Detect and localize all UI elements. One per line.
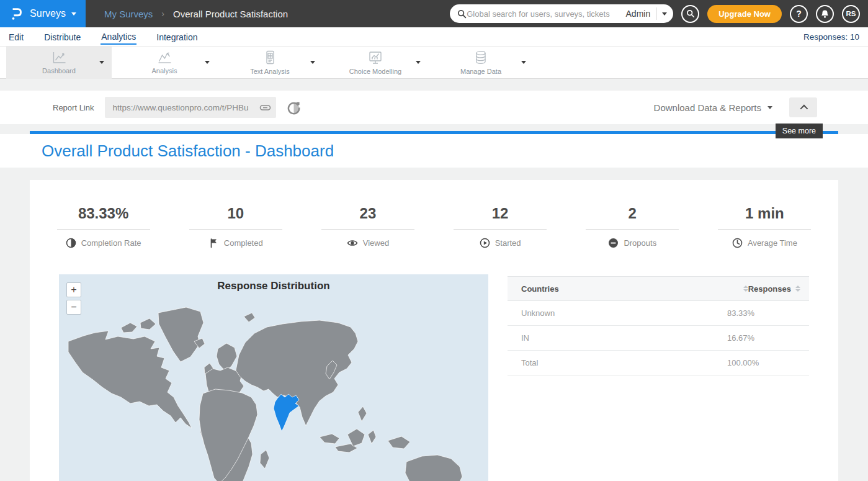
bell-icon — [820, 9, 830, 19]
report-url-input[interactable] — [105, 97, 276, 118]
dashboard-chart-icon — [51, 51, 67, 65]
country-shape — [121, 323, 137, 333]
download-data-reports-dropdown[interactable]: Download Data & Reports — [654, 102, 761, 113]
country-cell: IN — [521, 333, 727, 343]
divider — [189, 229, 282, 230]
toolbar-analysis-label: Analysis — [152, 67, 177, 74]
breadcrumb-my-surveys[interactable]: My Surveys — [104, 9, 153, 19]
divider — [454, 229, 547, 230]
country-shape — [368, 430, 376, 444]
stat-average-time: 1 min Average Time — [699, 205, 831, 248]
product-name: Surveys — [30, 8, 66, 19]
clock-icon — [732, 238, 743, 248]
app-logo-surveys-menu[interactable]: Surveys — [0, 0, 86, 27]
responses-cell: 83.33% — [727, 308, 809, 318]
sort-icon[interactable] — [743, 285, 748, 292]
toolbar-dashboard-label: Dashboard — [42, 67, 76, 74]
stat-value: 1 min — [699, 205, 831, 222]
country-shape — [358, 407, 367, 421]
chevron-down-icon[interactable] — [205, 61, 210, 64]
map-zoom-out-button[interactable]: − — [66, 300, 81, 315]
stat-started: 12 Started — [434, 205, 566, 248]
content-row: Response Distribution + − — [30, 274, 838, 481]
chevron-down-icon[interactable] — [416, 61, 421, 64]
search-button[interactable] — [681, 5, 699, 23]
analytics-toolbar: Dashboard Analysis Text Analysis Choice … — [0, 47, 868, 79]
toolbar-text-analysis[interactable]: Text Analysis — [217, 47, 323, 79]
divider — [321, 229, 414, 230]
toolbar-choice-modelling[interactable]: Choice Modelling — [323, 47, 428, 79]
divider — [656, 7, 656, 20]
report-link-bar: Report Link Download Data & Reports — [0, 91, 868, 124]
questionpro-logo-icon — [9, 6, 24, 22]
secure-report-globe-icon[interactable] — [287, 101, 301, 115]
dashboard-card: 83.33% Completion Rate 10 Completed — [30, 180, 838, 481]
greenland-shape — [158, 307, 204, 362]
user-avatar[interactable]: RS — [842, 5, 860, 23]
toolbar-manage-data-label: Manage Data — [460, 68, 501, 75]
survey-subnav: Edit Distribute Analytics Integration Re… — [0, 27, 868, 47]
country-shape — [347, 429, 365, 446]
eye-icon — [347, 238, 358, 248]
stat-viewed: 23 Viewed — [302, 205, 434, 248]
topbar: Surveys My Surveys › Overall Product Sat… — [0, 0, 868, 27]
country-shape — [140, 318, 156, 330]
tab-edit[interactable]: Edit — [8, 29, 24, 44]
india-highlight[interactable] — [274, 394, 299, 431]
sort-icon[interactable] — [795, 285, 800, 292]
stat-label: Dropouts — [624, 238, 656, 248]
column-header-countries[interactable]: Countries — [521, 284, 743, 294]
stat-label: Completion Rate — [81, 238, 141, 248]
stat-value: 83.33% — [37, 205, 169, 222]
responses-cell: 100.00% — [727, 358, 809, 367]
toolbar-text-analysis-label: Text Analysis — [250, 68, 290, 75]
response-distribution-map[interactable]: Response Distribution + − — [59, 274, 488, 481]
minus-circle-icon — [608, 238, 619, 248]
title-band: Overall Product Satisfaction - Dashboard — [0, 134, 868, 168]
world-map[interactable] — [59, 274, 488, 481]
map-zoom-in-button[interactable]: + — [66, 282, 81, 297]
notifications-button[interactable] — [816, 5, 834, 23]
chevron-down-icon[interactable] — [99, 61, 104, 64]
tab-analytics[interactable]: Analytics — [101, 29, 136, 45]
country-shape — [320, 434, 339, 444]
table-row: Total 100.00% — [508, 351, 809, 375]
choice-modelling-icon — [368, 51, 383, 65]
divider — [586, 229, 679, 230]
tab-distribute[interactable]: Distribute — [43, 29, 81, 44]
chevron-down-icon — [662, 12, 667, 16]
country-shape — [217, 343, 237, 371]
text-analysis-icon — [263, 50, 277, 65]
chevron-down-icon — [71, 12, 76, 16]
country-cell: Unknown — [521, 308, 727, 318]
search-icon — [457, 9, 467, 19]
collapse-panel-button[interactable] — [789, 97, 817, 117]
global-search-input[interactable] — [467, 9, 625, 19]
stat-label: Started — [495, 238, 521, 248]
map-title: Response Distribution — [59, 280, 488, 292]
chevron-down-icon[interactable] — [521, 61, 526, 64]
toolbar-manage-data[interactable]: Manage Data — [428, 47, 534, 79]
search-scope-dropdown[interactable]: Admin — [626, 7, 670, 20]
chevron-up-icon — [800, 104, 808, 112]
country-shape — [388, 436, 410, 449]
toolbar-analysis[interactable]: Analysis — [112, 47, 217, 79]
help-button[interactable]: ? — [790, 5, 808, 23]
topbar-actions: Admin Upgrade Now ? RS — [450, 4, 868, 23]
search-icon — [686, 9, 695, 18]
link-icon[interactable] — [259, 102, 271, 113]
stat-value: 2 — [566, 205, 699, 222]
stat-dropouts: 2 Dropouts — [566, 205, 699, 248]
tab-integration[interactable]: Integration — [156, 29, 198, 44]
responses-count: Responses: 10 — [803, 32, 868, 42]
divider — [57, 229, 150, 230]
chevron-down-icon[interactable] — [767, 106, 772, 109]
chevron-down-icon[interactable] — [310, 61, 315, 64]
breadcrumb: My Surveys › Overall Product Satisfactio… — [104, 9, 288, 19]
column-header-responses[interactable]: Responses — [748, 284, 800, 294]
breadcrumb-separator: › — [161, 9, 164, 19]
toolbar-dashboard[interactable]: Dashboard — [6, 47, 112, 79]
upgrade-now-button[interactable]: Upgrade Now — [707, 5, 782, 23]
divider — [718, 229, 811, 230]
stat-value: 10 — [169, 205, 302, 222]
